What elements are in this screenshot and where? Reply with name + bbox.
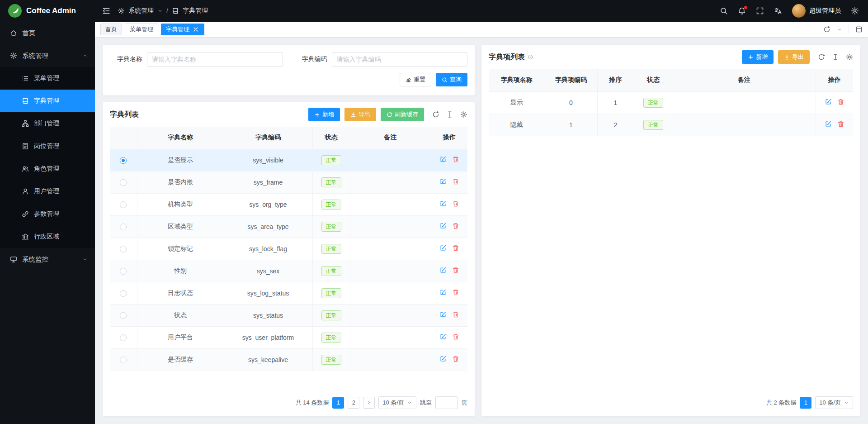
edit-icon[interactable]	[439, 200, 447, 207]
tab-menu-management[interactable]: 菜单管理	[125, 24, 158, 35]
table-row[interactable]: 状态 sys_status 正常	[110, 304, 467, 326]
translate-icon[interactable]	[774, 7, 782, 15]
dict-name-input[interactable]	[147, 52, 283, 67]
row-radio[interactable]	[120, 157, 127, 164]
add-dict-button[interactable]: 新增	[308, 108, 340, 121]
sidebar-item-system-monitor[interactable]: 系统监控	[0, 248, 95, 271]
breadcrumb-section[interactable]: 系统管理	[128, 7, 154, 15]
sidebar-item-dept-management[interactable]: 部门管理	[0, 112, 95, 135]
jump-page-input[interactable]	[435, 396, 458, 409]
export-dict-button[interactable]: 导出	[344, 108, 376, 121]
close-icon[interactable]	[192, 26, 199, 33]
edit-icon[interactable]	[439, 222, 447, 229]
status-badge: 正常	[643, 98, 663, 108]
layout-icon[interactable]	[855, 26, 863, 33]
row-radio[interactable]	[120, 201, 127, 208]
export-dict-item-button[interactable]: 导出	[778, 50, 810, 64]
delete-icon[interactable]	[452, 244, 459, 252]
row-radio[interactable]	[120, 334, 127, 341]
reset-button[interactable]: 重置	[400, 73, 431, 86]
edit-icon[interactable]	[825, 98, 832, 105]
info-icon[interactable]	[528, 54, 533, 60]
tab-dict-management[interactable]: 字典管理	[161, 24, 204, 35]
row-radio[interactable]	[120, 357, 127, 363]
item-remark	[673, 114, 816, 136]
sidebar-item-menu-management[interactable]: 菜单管理	[0, 67, 95, 90]
app-logo[interactable]: Coffee Admin	[0, 0, 95, 22]
user-menu[interactable]: 超级管理员	[792, 4, 841, 18]
sidebar-item-system-management[interactable]: 系统管理	[0, 44, 95, 67]
page-button-1[interactable]: 1	[332, 397, 344, 409]
edit-icon[interactable]	[439, 178, 447, 185]
table-row[interactable]: 性别 sys_sex 正常	[110, 260, 467, 282]
delete-icon[interactable]	[452, 355, 459, 362]
sidebar-item-dict-management[interactable]: 字典管理	[0, 90, 95, 112]
next-page-button[interactable]	[363, 397, 375, 409]
tab-home[interactable]: 首页	[100, 24, 122, 35]
edit-icon[interactable]	[439, 289, 447, 296]
delete-icon[interactable]	[452, 267, 459, 274]
collapse-sidebar-icon[interactable]	[102, 7, 110, 15]
table-row[interactable]: 用户平台 sys_user_platform 正常	[110, 326, 467, 348]
sidebar-item-role-management[interactable]: 角色管理	[0, 157, 95, 180]
page-size-select[interactable]: 10 条/页	[815, 396, 853, 409]
edit-icon[interactable]	[439, 267, 447, 274]
row-radio[interactable]	[120, 246, 127, 252]
column-settings-icon[interactable]	[446, 111, 453, 118]
table-row[interactable]: 区域类型 sys_area_type 正常	[110, 215, 467, 238]
row-radio[interactable]	[120, 179, 127, 186]
edit-icon[interactable]	[439, 355, 447, 362]
table-row[interactable]: 是否缓存 sys_keepalive 正常	[110, 348, 467, 371]
table-row[interactable]: 是否内嵌 sys_frame 正常	[110, 171, 467, 193]
delete-icon[interactable]	[452, 178, 459, 185]
sidebar-item-param-management[interactable]: 参数管理	[0, 203, 95, 225]
settings-gear-icon[interactable]	[851, 7, 859, 15]
chevron-down-icon[interactable]	[837, 27, 842, 32]
row-radio[interactable]	[120, 224, 127, 230]
edit-icon[interactable]	[825, 120, 832, 128]
sidebar-item-user-management[interactable]: 用户管理	[0, 180, 95, 203]
table-row[interactable]: 机构类型 sys_org_type 正常	[110, 193, 467, 215]
delete-icon[interactable]	[452, 333, 459, 340]
search-icon[interactable]	[720, 7, 728, 15]
table-row[interactable]: 是否显示 sys_visible 正常	[110, 149, 467, 171]
query-button[interactable]: 查询	[436, 73, 467, 86]
delete-icon[interactable]	[452, 222, 459, 229]
delete-icon[interactable]	[452, 156, 459, 163]
table-row[interactable]: 隐藏 1 2 正常	[489, 114, 853, 136]
table-settings-gear-icon[interactable]	[846, 53, 853, 61]
page-button-2[interactable]: 2	[348, 397, 359, 409]
delete-icon[interactable]	[452, 289, 459, 296]
edit-icon[interactable]	[439, 311, 447, 318]
row-radio[interactable]	[120, 312, 127, 319]
edit-icon[interactable]	[439, 244, 447, 252]
fullscreen-icon[interactable]	[756, 7, 764, 15]
refresh-icon[interactable]	[823, 26, 830, 33]
chevron-down-icon[interactable]	[157, 8, 163, 14]
delete-icon[interactable]	[452, 200, 459, 207]
sidebar-item-post-management[interactable]: 岗位管理	[0, 135, 95, 157]
refresh-cache-button[interactable]: 刷新缓存	[381, 108, 424, 121]
delete-icon[interactable]	[452, 311, 459, 318]
refresh-table-icon[interactable]	[432, 111, 439, 118]
sidebar-item-home[interactable]: 首页	[0, 22, 95, 44]
dict-code-input[interactable]	[332, 52, 468, 67]
delete-icon[interactable]	[837, 98, 844, 105]
delete-icon[interactable]	[837, 120, 844, 128]
row-radio[interactable]	[120, 290, 127, 297]
row-radio[interactable]	[120, 268, 127, 275]
table-settings-gear-icon[interactable]	[460, 111, 467, 118]
refresh-table-icon[interactable]	[818, 53, 825, 61]
table-row[interactable]: 锁定标记 sys_lock_flag 正常	[110, 238, 467, 260]
edit-icon[interactable]	[439, 156, 447, 163]
page-size-select[interactable]: 10 条/页	[378, 396, 416, 409]
notifications-button[interactable]	[738, 7, 746, 15]
column-settings-icon[interactable]	[832, 53, 839, 61]
table-row[interactable]: 显示 0 1 正常	[489, 91, 853, 114]
sidebar-item-region-management[interactable]: 行政区域	[0, 225, 95, 248]
breadcrumb-page[interactable]: 字典管理	[183, 7, 208, 15]
edit-icon[interactable]	[439, 333, 447, 340]
table-row[interactable]: 日志状态 sys_log_status 正常	[110, 282, 467, 304]
page-button-1[interactable]: 1	[800, 397, 811, 409]
add-dict-item-button[interactable]: 新增	[742, 50, 774, 64]
